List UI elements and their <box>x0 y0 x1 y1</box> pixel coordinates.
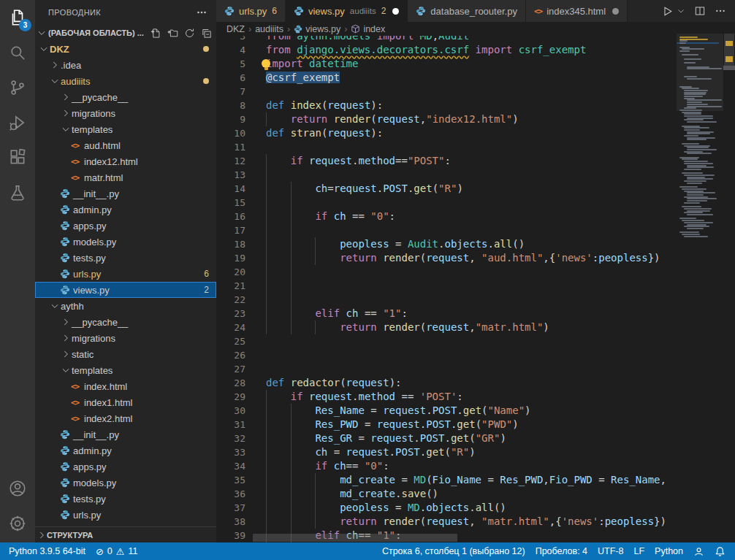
code-line-7: 7 <box>216 85 677 99</box>
tree-item-apps.py[interactable]: apps.py <box>35 459 216 475</box>
breadcrumb-item-views.py[interactable]: views.py <box>294 24 340 34</box>
activity-item-testing[interactable] <box>0 175 35 210</box>
status-encoding[interactable]: UTF-8 <box>593 546 628 556</box>
tree-item-index1.html[interactable]: <>index1.html <box>35 394 216 410</box>
tree-item-migrations[interactable]: migrations <box>35 105 216 121</box>
lightbulb-icon[interactable] <box>262 59 270 68</box>
tree-item-matr.html[interactable]: <>matr.html <box>35 169 216 185</box>
split-editor-icon[interactable] <box>694 5 706 17</box>
horizontal-scrollbar-thumb[interactable] <box>253 534 457 542</box>
workspace-section-header[interactable]: (РАБОЧАЯ ОБЛАСТЬ) ... <box>35 25 216 41</box>
chevron-down-icon[interactable] <box>49 76 61 86</box>
line-number: 7 <box>216 85 245 99</box>
tab-database_roouter.py[interactable]: database_roouter.py <box>408 0 526 22</box>
python-icon <box>224 6 235 16</box>
new-folder-icon[interactable] <box>167 28 178 39</box>
vertical-scrollbar-thumb[interactable] <box>724 34 734 70</box>
tree-item-.idea[interactable]: .idea <box>35 57 216 73</box>
chevron-down-icon[interactable] <box>60 365 72 375</box>
activity-item-source-control[interactable] <box>0 70 35 105</box>
tree-item-migrations[interactable]: migrations <box>35 330 216 346</box>
tree-item-__init__.py[interactable]: __init__.py <box>35 426 216 442</box>
activity-bar-bottom <box>0 471 35 541</box>
tree-item-tests.py[interactable]: tests.py <box>35 491 216 507</box>
tree-item-models.py[interactable]: models.py <box>35 475 216 491</box>
outline-section-header[interactable]: СТРУКТУРА <box>35 526 216 542</box>
editor-code-area[interactable]: 3from aythh.models import MD,Audit4from … <box>216 29 677 542</box>
sidebar-more-actions-icon[interactable] <box>196 7 207 18</box>
activity-item-extensions[interactable] <box>0 140 35 175</box>
chevron-down-icon[interactable] <box>49 301 61 311</box>
code-line-23: 23 elif ch == "1": <box>216 307 677 321</box>
activity-item-settings[interactable] <box>0 506 35 541</box>
notifications-bell-icon[interactable] <box>709 546 731 557</box>
play-icon[interactable] <box>661 5 674 18</box>
tree-item-aythh[interactable]: aythh <box>35 298 216 314</box>
minimap-line <box>687 194 704 196</box>
new-file-icon[interactable] <box>151 28 161 39</box>
tree-item-static[interactable]: static <box>35 346 216 362</box>
chevron-right-icon[interactable] <box>60 317 72 327</box>
tree-item-models.py[interactable]: models.py <box>35 234 216 250</box>
chevron-right-icon[interactable] <box>60 108 72 118</box>
activity-item-search[interactable] <box>0 35 35 70</box>
tree-item-index2.html[interactable]: <>index2.html <box>35 410 216 426</box>
dirty-dot-icon[interactable] <box>392 8 399 15</box>
status-python-interpreter[interactable]: Python 3.9.5 64-bit <box>4 546 91 556</box>
tree-item-aud.html[interactable]: <>aud.html <box>35 137 216 153</box>
minimap-line <box>687 224 707 226</box>
minimap-line <box>682 206 701 207</box>
tree-item-apps.py[interactable]: apps.py <box>35 218 216 234</box>
tree-item-__init__.py[interactable]: __init__.py <box>35 185 216 202</box>
modified-dot-icon <box>203 78 209 84</box>
tree-item-views.py[interactable]: views.py2 <box>35 282 216 298</box>
status-cursor-position[interactable]: Строка 6, столбец 1 (выбрано 12) <box>377 546 530 556</box>
chevron-right-icon[interactable] <box>49 60 61 70</box>
tree-item-DKZ[interactable]: DKZ <box>35 41 216 57</box>
tree-item-audiiits[interactable]: audiiits <box>35 73 216 89</box>
tree-item-templates[interactable]: templates <box>35 362 216 378</box>
collapse-all-icon[interactable] <box>201 28 212 39</box>
minimap-line <box>684 236 707 237</box>
activity-item-account[interactable] <box>0 471 35 506</box>
refresh-icon[interactable] <box>184 28 195 39</box>
chevron-down-icon[interactable] <box>677 7 685 15</box>
status-problems[interactable]: ⊘ 0 ⚠ 11 <box>91 546 143 557</box>
chevron-right-icon[interactable] <box>60 92 72 102</box>
symbol-box-icon <box>351 24 360 34</box>
minimap[interactable] <box>677 29 723 542</box>
tab-index345.html[interactable]: <>index345.html <box>526 0 628 22</box>
minimap-line <box>684 161 707 162</box>
activity-item-run-debug[interactable] <box>0 105 35 140</box>
chevron-right-icon[interactable] <box>60 349 72 359</box>
status-indentation[interactable]: Пробелов: 4 <box>530 546 593 556</box>
tree-item-__pycache__[interactable]: __pycache__ <box>35 89 216 105</box>
ellipsis-icon[interactable] <box>715 5 726 17</box>
dirty-dot-icon[interactable] <box>612 8 619 15</box>
breadcrumb-item-audiiits[interactable]: audiiits <box>255 24 283 34</box>
activity-item-explorer[interactable]: 3 <box>0 0 35 35</box>
status-language-mode[interactable]: Python <box>650 546 688 556</box>
overview-ruler-scrollbar[interactable] <box>723 22 735 542</box>
tree-item-urls.py[interactable]: urls.py6 <box>35 266 216 282</box>
status-eol[interactable]: LF <box>628 546 650 556</box>
chevron-down-icon[interactable] <box>60 124 72 134</box>
line-number: 27 <box>216 362 245 376</box>
tree-item-tests.py[interactable]: tests.py <box>35 250 216 266</box>
tab-urls.py[interactable]: urls.py6 <box>216 0 286 22</box>
tree-item-index.html[interactable]: <>index.html <box>35 378 216 394</box>
tree-item-urls.py[interactable]: urls.py <box>35 507 216 523</box>
tree-item-index12.html[interactable]: <>index12.html <box>35 153 216 169</box>
tree-item-admin.py[interactable]: admin.py <box>35 442 216 459</box>
tab-views.py[interactable]: views.pyaudiiits2 <box>286 0 408 22</box>
breadcrumb-item-index[interactable]: index <box>351 24 385 34</box>
tree-item-__pycache__[interactable]: __pycache__ <box>35 314 216 330</box>
breadcrumb-item-DKZ[interactable]: DKZ <box>226 24 245 34</box>
chevron-down-icon[interactable] <box>38 44 50 54</box>
chevron-right-icon[interactable] <box>60 333 72 343</box>
feedback-icon[interactable] <box>688 546 709 557</box>
tree-item-templates[interactable]: templates <box>35 121 216 137</box>
minimap-line <box>687 137 716 139</box>
beaker-icon <box>8 183 27 202</box>
tree-item-admin.py[interactable]: admin.py <box>35 202 216 218</box>
